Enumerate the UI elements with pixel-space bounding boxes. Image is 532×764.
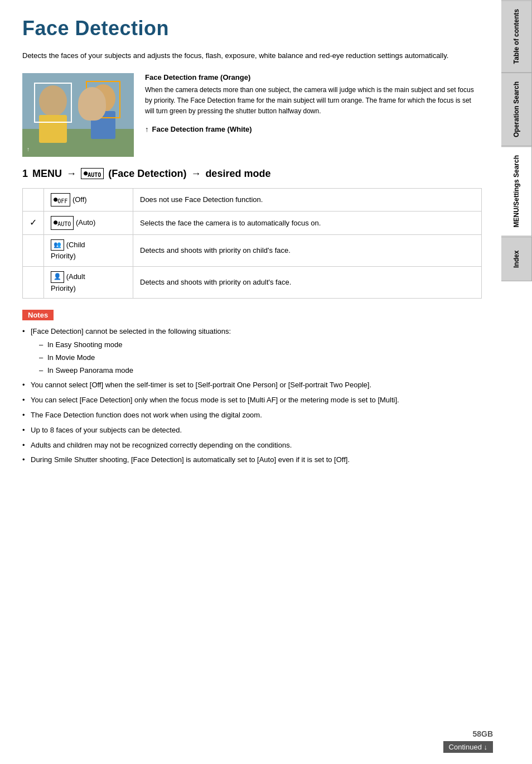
sidebar-item-index[interactable]: Index [501,237,532,281]
mode-cell: 👥 (ChildPriority) [44,234,133,266]
orange-frame-label: Face Detection frame (Orange) [145,73,482,81]
adult-icon: 👤 [51,271,64,283]
page-footer: 58GB Continued ↓ [443,729,493,753]
list-item: [Face Detection] cannot be selected in t… [22,326,482,376]
white-frame-arrow: ↑ [145,125,149,133]
continued-label: Continued ↓ [443,741,493,753]
table-row: ●OFF (Off) Does not use Face Detection f… [23,188,482,211]
list-item: You cannot select [Off] when the self-ti… [22,379,482,391]
list-item: In Easy Shooting mode [39,339,482,351]
face-detection-icon: ●AUTO [81,168,104,179]
svg-point-2 [39,85,67,117]
sidebar-item-table-contents[interactable]: Table of contents [501,0,532,73]
sidebar-item-operation-search[interactable]: Operation Search [501,73,532,146]
photo-simulation [22,73,134,157]
menu-text: MENU [32,168,62,180]
sub-list: In Easy Shooting mode In Movie Mode In S… [31,339,482,376]
auto-label: (Auto) [76,218,95,227]
sidebar-item-menu-settings-search[interactable]: MENU/Settings Search [501,146,532,236]
image-description: Face Detection frame (Orange) When the c… [145,73,482,134]
sub-item-text: In Sweep Panorama mode [47,366,133,374]
check-cell [23,188,44,211]
white-frame-arrow-label: ↑ [27,146,30,152]
sidebar: Table of contents Operation Search MENU/… [501,0,532,764]
tab-label: MENU/Settings Search [512,155,521,227]
table-row: ✓ ●AUTO (Auto) Selects the face the came… [23,212,482,234]
mode-cell: ●AUTO (Auto) [44,212,133,234]
list-item: In Sweep Panorama mode [39,365,482,377]
child-icon: 👥 [51,239,64,251]
step-number: 1 [22,168,28,180]
menu-instruction: 1 MENU → ●AUTO (Face Detection) → desire… [22,168,482,180]
off-label: (Off) [72,195,87,203]
main-content: Face Detection Detects the faces of your… [0,0,499,486]
check-cell: ✓ [23,212,44,234]
note-text: You cannot select [Off] when the self-ti… [31,381,371,389]
svg-point-4 [91,84,115,112]
list-item: You can select [Face Detection] only whe… [22,395,482,406]
arrow1: → [66,168,76,180]
tab-label: Table of contents [512,9,521,64]
tab-label: Index [512,250,521,267]
notes-section: Notes [Face Detection] cannot be selecte… [22,310,482,466]
svg-rect-3 [39,115,67,143]
desc-cell: Selects the face the camera is to automa… [133,212,482,234]
desc-cell: Does not use Face Detection function. [133,188,482,211]
check-cell [23,234,44,266]
sub-item-text: In Movie Mode [47,353,95,362]
note-text: During Smile Shutter shooting, [Face Det… [31,455,350,464]
tab-label: Operation Search [512,81,521,137]
table-row: 👤 (AdultPriority) Detects and shoots wit… [23,266,482,298]
svg-rect-5 [91,111,115,139]
note-text: The Face Detection function does not wor… [31,411,262,419]
arrow2: → [191,168,201,180]
note-text: Up to 8 faces of your subjects can be de… [31,426,182,434]
list-item: During Smile Shutter shooting, [Face Det… [22,454,482,466]
face-detection-label: (Face Detection) [108,168,186,180]
photo-svg [22,73,134,157]
off-icon: ●OFF [51,193,70,206]
list-item: The Face Detection function does not wor… [22,410,482,421]
mode-cell: ●OFF (Off) [44,188,133,211]
detection-table: ●OFF (Off) Does not use Face Detection f… [22,188,482,299]
sub-item-text: In Easy Shooting mode [47,340,122,349]
note-text: [Face Detection] cannot be selected in t… [31,327,231,335]
table-row: 👥 (ChildPriority) Detects and shoots wit… [23,234,482,266]
desc-cell: Detects and shoots with priority on chil… [133,234,482,266]
auto-icon: ●AUTO [51,216,74,229]
white-frame-label: ↑ Face Detection frame (White) [145,125,482,133]
notes-list: [Face Detection] cannot be selected in t… [22,326,482,466]
camera-image: ↑ [22,73,134,157]
notes-badge: Notes [22,310,54,320]
desired-mode-text: desired mode [205,168,270,180]
page-number: 58GB [443,729,493,738]
image-section: ↑ Face Detection frame (Orange) When the… [22,73,482,157]
mode-cell: 👤 (AdultPriority) [44,266,133,298]
check-cell [23,266,44,298]
intro-text: Detects the faces of your subjects and a… [22,50,482,62]
note-text: You can select [Face Detection] only whe… [31,396,399,404]
list-item: Adults and children may not be recognize… [22,440,482,451]
list-item: In Movie Mode [39,352,482,364]
page-title: Face Detection [22,17,482,40]
desc-cell: Detects and shoots with priority on adul… [133,266,482,298]
list-item: Up to 8 faces of your subjects can be de… [22,425,482,436]
orange-frame-desc: When the camera detects more than one su… [145,85,482,117]
note-text: Adults and children may not be recognize… [31,441,292,449]
